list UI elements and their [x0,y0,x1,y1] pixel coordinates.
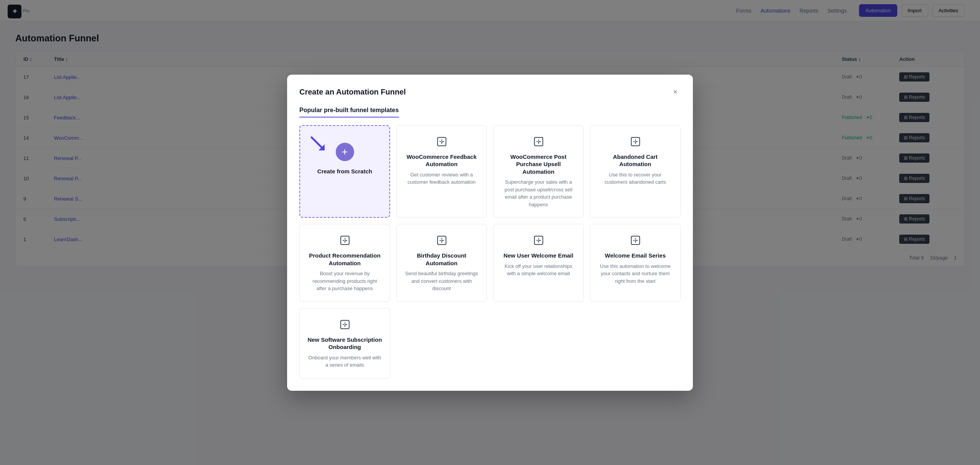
svg-rect-8 [631,236,640,245]
template-scratch[interactable]: + Create from Scratch [299,125,390,218]
template-desc: Boost your revenue by recommending produ… [307,270,382,292]
svg-rect-4 [631,137,640,146]
modal-overlay: Create an Automation Funnel × Popular pr… [0,0,980,465]
template-name: Welcome Email Series [605,252,666,259]
template-icon [338,233,352,247]
svg-rect-2 [438,137,446,146]
template-name: WooCommerce Post Purchase Upsell Automat… [501,153,576,176]
scratch-label: Create from Scratch [317,168,372,175]
svg-line-0 [312,137,323,149]
template-welcome-series[interactable]: Welcome Email Series Use this automation… [590,224,681,302]
svg-rect-9 [341,320,349,329]
template-desc: Onboard your members well with a series … [307,354,382,369]
create-automation-modal: Create an Automation Funnel × Popular pr… [287,75,693,391]
template-desc: Kick off your user relationships with a … [501,263,576,277]
template-name: Birthday Discount Automation [404,252,479,267]
svg-rect-3 [534,137,543,146]
template-woo-feedback[interactable]: WooCommerce Feedback Automation Get cust… [396,125,487,218]
modal-title: Create an Automation Funnel [299,88,406,96]
svg-rect-5 [341,236,349,245]
template-birthday[interactable]: Birthday Discount Automation Send beauti… [396,224,487,302]
template-desc: Use this automation to welcome your cont… [598,263,673,285]
template-icon [629,135,642,148]
close-button[interactable]: × [670,87,681,98]
template-woo-upsell[interactable]: WooCommerce Post Purchase Upsell Automat… [493,125,584,218]
svg-rect-7 [534,236,543,245]
template-desc: Get customer reviews with a customer fee… [404,171,479,186]
template-name: New Software Subscription Onboarding [307,336,382,351]
template-abandoned-cart[interactable]: Abandoned Cart Automation Use this to re… [590,125,681,218]
modal-header: Create an Automation Funnel × [299,87,681,98]
template-name: New User Welcome Email [503,252,573,259]
svg-rect-6 [438,236,446,245]
template-desc: Supercharge your sales with a post purch… [501,178,576,208]
template-product-rec[interactable]: Product Recommendation Automation Boost … [299,224,390,302]
template-desc: Use this to recover your customers aband… [598,171,673,186]
template-software-onboarding[interactable]: New Software Subscription Onboarding Onb… [299,308,390,379]
arrow-icon [308,134,331,158]
template-name: Product Recommendation Automation [307,252,382,267]
templates-grid: + Create from Scratch WooCommerce Feedba… [299,125,681,379]
template-name: Abandoned Cart Automation [598,153,673,168]
template-new-user[interactable]: New User Welcome Email Kick off your use… [493,224,584,302]
template-icon [435,135,449,148]
template-icon [435,233,449,247]
plus-icon: + [336,143,354,161]
template-icon [532,135,546,148]
template-icon [629,233,642,247]
section-title: Popular pre-built funnel templates [299,107,681,125]
template-icon [532,233,546,247]
template-name: WooCommerce Feedback Automation [404,153,479,168]
template-desc: Send beautiful birthday greetings and co… [404,270,479,292]
template-icon [338,318,352,331]
